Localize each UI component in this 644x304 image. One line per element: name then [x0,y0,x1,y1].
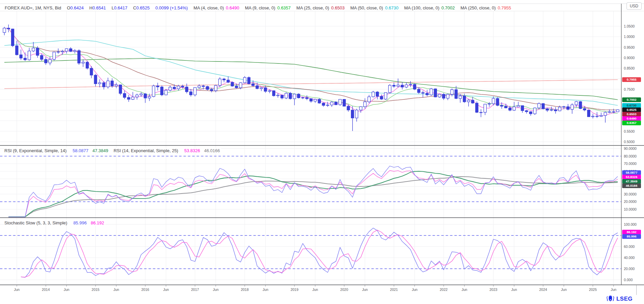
y-axis-tick-label: 20.000 [624,266,635,271]
y-axis-tick-label: 0.7500 [624,87,635,92]
time-tick-label: 2017 [188,288,202,292]
ma-legend-item[interactable]: MA (25, close, 0)0.6503 [296,5,345,10]
y-axis-tick-label: 40.000 [624,255,635,260]
price-badge: 0.6730 [622,103,641,108]
time-tick-label: 2018 [237,288,252,292]
price-badge: 86.192 [622,230,641,234]
y-axis-tick-label: 1.0500 [624,24,635,29]
time-tick-label: 2024 [536,288,551,292]
time-tick-label: 2015 [88,288,103,292]
time-tick-label: Jun [457,288,472,292]
ma-legend-item[interactable]: MA (100, close, 0)0.7002 [404,5,455,10]
time-tick-label: 2025 [586,288,600,292]
price-badge: 0.6525 [622,107,641,112]
indicator-values: 85.99686.192 [73,220,104,225]
price-badge: 0.6357 [622,121,641,125]
time-tick-label: 2022 [436,288,451,292]
price-badge: 47.3849 [622,179,641,184]
y-axis-tick-label: 1.0000 [624,34,635,39]
time-tick-label: 2019 [287,288,302,292]
price-badge: 85.996 [622,234,641,239]
indicator-values: 53.832646.0166 [184,148,220,153]
time-tick-label: Jun [208,288,223,292]
ma-legend-item[interactable]: MA (4, close, 0)0.6490 [194,5,239,10]
y-axis-tick-label: 100.000 [624,222,637,227]
time-tick-label: 2021 [387,288,401,292]
time-tick-label: Jun [159,288,173,292]
y-axis-tick-label: 80.0000 [624,154,637,159]
time-tick-label: 2020 [337,288,352,292]
price-badge: 0.6490 [622,116,641,121]
time-tick-label: Jun [557,288,571,292]
lseg-logo-text: LSEG [616,296,633,302]
price-badge: 0.7002 [622,97,641,102]
y-axis-tick-label: 10.0000 [624,207,637,212]
chart-header-legend[interactable]: FOREX AUD=, 1M, NYS, Bid O0.6424H0.6541L… [5,4,511,12]
time-tick-label: Jun [109,288,124,292]
time-tick-label: Jun [258,288,273,292]
indicator-values: 58.087747.3849 [73,148,108,153]
ma-legend-item[interactable]: MA (9, close, 0)0.6357 [245,5,291,10]
price-badge: 0.6503 [622,112,641,117]
price-axis[interactable]: 1.05001.00000.95000.90000.85000.80000.75… [621,0,644,285]
y-axis-tick-label: 0.8500 [624,66,635,71]
y-axis-tick-label: 0.5000 [624,139,635,144]
time-tick-label: Jun [407,288,422,292]
stochastic-legend[interactable]: Stochastic Slow (5, 3, 3, Simple)85.9968… [4,220,106,226]
time-tick-label: Jun [507,288,522,292]
time-tick-label: 2014 [38,288,53,292]
y-axis-tick-label: 0.9500 [624,45,635,50]
y-axis-tick-label: 90.0000 [624,146,637,151]
time-axis[interactable]: Jun2014Jun2015Jun2016Jun2017Jun2018Jun20… [0,285,644,296]
quote-o-value: O0.6424 [67,5,84,10]
time-tick-label: Jun [606,288,621,292]
y-axis-tick-label: 0.000 [624,277,633,282]
time-tick-label: Jun [9,288,24,292]
price-badge: 58.0877 [622,170,641,175]
ma-legend-item[interactable]: MA (250, close, 0)0.7955 [460,5,511,10]
quote-l-value: L0.6417 [112,5,127,10]
price-badge: 46.0166 [622,183,641,188]
ma-legend-item[interactable]: MA (50, close, 0)0.6730 [350,5,398,10]
y-axis-tick-label: 20.0000 [624,199,637,204]
y-axis-tick-label: 70.0000 [624,161,637,166]
y-axis-tick-label: 60.000 [624,244,635,249]
currency-usd-button[interactable]: USD [627,2,642,10]
chart-app: FOREX AUD=, 1M, NYS, Bid O0.6424H0.6541L… [0,0,644,304]
y-axis-tick-label: 0.9000 [624,55,635,60]
lseg-crest-icon [606,295,615,303]
time-tick-label: Jun [59,288,74,292]
time-tick-label: 2023 [486,288,501,292]
rsi-legend[interactable]: RSI (9, Exponential, Simple, 14)58.08774… [4,148,221,154]
instrument-label: FOREX AUD=, 1M, NYS, Bid [5,5,61,10]
time-tick-label: Jun [358,288,372,292]
time-tick-label: Jun [308,288,323,292]
quote-change: 0.0099 (+1.54%) [155,5,188,10]
price-badge: 53.8326 [622,175,641,179]
y-axis-tick-label: 30.0000 [624,192,637,197]
quote-h-value: H0.6541 [89,5,106,10]
lseg-logo: LSEG [606,295,633,303]
y-axis-tick-label: 0.5500 [624,129,635,134]
quote-c-value: C0.6525 [133,5,150,10]
price-badge: 0.7955 [622,77,641,82]
time-tick-label: 2016 [138,288,153,292]
